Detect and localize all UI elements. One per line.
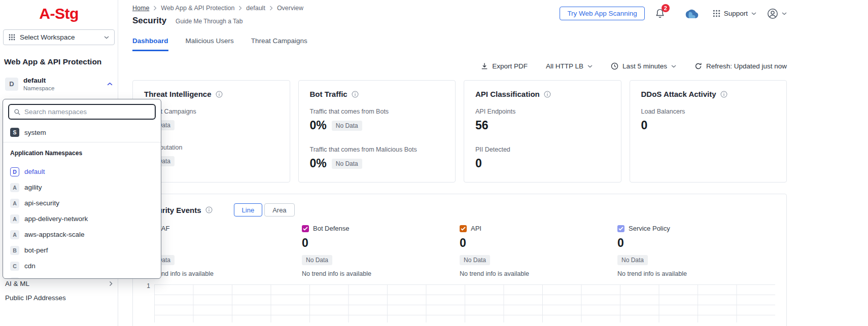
tab-malicious-users[interactable]: Malicious Users (186, 37, 234, 51)
download-icon (481, 62, 488, 70)
workspace-selector[interactable]: Select Workspace (3, 29, 115, 45)
dashboard-toolbar: Export PDF All HTTP LB Last 5 minutes (132, 62, 787, 70)
metric-label: IP Reputation (144, 144, 279, 151)
sidebar-item-public-ip-addresses[interactable]: Public IP Addresses (0, 293, 118, 303)
namespace-search-input[interactable] (24, 108, 150, 116)
metric-cards-row: Threat Intelligence Threat Campaigns No … (132, 80, 787, 183)
sidebar-section-title: Web App & API Protection (4, 57, 114, 66)
bot-defense-checkbox[interactable] (302, 225, 309, 232)
metric-value: 0 (641, 119, 648, 132)
chevron-down-icon (782, 12, 787, 15)
time-range-dropdown[interactable]: Last 5 minutes (611, 62, 676, 70)
namespace-option-default[interactable]: D default (3, 164, 161, 179)
service-policy-checkbox[interactable] (617, 225, 624, 232)
notification-count-badge: 2 (662, 4, 670, 12)
no-data-badge: No Data (460, 255, 490, 265)
events-chart: 1 (144, 284, 775, 322)
lb-filter-label: All HTTP LB (546, 62, 583, 70)
chart-plot-area (154, 284, 775, 322)
namespace-option-api-security[interactable]: A api-security (3, 195, 161, 211)
page-title: Security (132, 16, 166, 26)
namespace-initial-badge: A (10, 199, 19, 208)
chevron-down-icon (104, 36, 109, 39)
breadcrumb-waap[interactable]: Web App & API Protection (161, 5, 234, 12)
breadcrumb-overview: Overview (277, 5, 303, 12)
breadcrumb-home[interactable]: Home (132, 5, 149, 12)
metric-label: API Endpoints (475, 108, 610, 115)
refresh-button[interactable]: Refresh: Updated just now (695, 62, 787, 70)
metric-label: PII Detected (475, 146, 610, 153)
export-pdf-button[interactable]: Export PDF (481, 62, 528, 70)
security-events-card: Security Events Line Area WAF 0 No Da (132, 194, 787, 326)
namespace-name: default (23, 77, 54, 84)
divider (3, 142, 161, 142)
tab-dashboard[interactable]: Dashboard (132, 37, 168, 51)
main-content: Home Web App & API Protection default Ov… (118, 0, 868, 326)
namespace-selector[interactable]: D default Namespace (0, 77, 118, 91)
breadcrumb-separator-icon (153, 6, 157, 11)
namespace-initial-badge: A (10, 230, 19, 239)
try-web-app-scanning-button[interactable]: Try Web App Scanning (560, 7, 644, 20)
chevron-down-icon (671, 65, 676, 68)
metric-value: 0% (310, 119, 327, 132)
metric-label: Load Balancers (641, 108, 776, 115)
no-data-badge: No Data (332, 121, 362, 131)
namespace-option-system[interactable]: S system (3, 124, 161, 141)
user-avatar-icon (767, 8, 779, 20)
info-icon[interactable] (720, 91, 727, 98)
namespace-initial-badge: C (10, 262, 19, 271)
namespace-option-aws-appstack-scale[interactable]: A aws-appstack-scale (3, 227, 161, 242)
support-menu[interactable]: Support (713, 10, 756, 17)
namespace-option-cdn[interactable]: C cdn (3, 258, 161, 274)
namespace-option-bot-perf[interactable]: B bot-perf (3, 242, 161, 258)
no-data-badge: No Data (617, 255, 648, 265)
card-api-classification: API Classification API Endpoints 56 PII … (464, 80, 621, 183)
chart-type-toggle: Line Area (234, 203, 295, 216)
tab-threat-campaigns[interactable]: Threat Campaigns (251, 37, 307, 51)
info-icon[interactable] (352, 91, 359, 98)
lb-filter-dropdown[interactable]: All HTTP LB (546, 62, 593, 70)
legend-col-waf: WAF 0 No Data No trend info is available (144, 225, 302, 277)
namespace-initial-badge: B (10, 246, 19, 255)
namespace-option-agility[interactable]: A agility (3, 179, 161, 195)
namespace-dropdown: S system Application Namespaces D defaul… (3, 99, 161, 279)
sidebar-item-label: Public IP Addresses (5, 294, 66, 302)
info-icon[interactable] (544, 91, 551, 98)
breadcrumb-default[interactable]: default (246, 5, 265, 12)
chevron-down-icon (587, 65, 593, 68)
legend-col-service-policy: Service Policy 0 No Data No trend info i… (617, 225, 775, 277)
breadcrumb-separator-icon (269, 6, 273, 11)
legend-note: No trend info is available (617, 270, 775, 277)
api-checkbox[interactable] (460, 225, 467, 232)
area-toggle-button[interactable]: Area (264, 203, 294, 216)
metric-value: 0 (475, 157, 482, 170)
account-menu[interactable] (767, 8, 787, 20)
no-data-badge: No Data (332, 159, 362, 169)
notifications-button[interactable]: 2 (655, 8, 665, 19)
no-data-badge: No Data (302, 255, 332, 265)
metric-label: Threat Campaigns (144, 108, 279, 115)
refresh-icon (695, 62, 702, 70)
namespace-initial-badge: A (10, 183, 19, 192)
namespace-search[interactable] (8, 104, 156, 120)
namespace-option-cdn-demo[interactable]: C cdn-demo (3, 274, 161, 279)
namespace-group-title: Application Namespaces (3, 143, 161, 164)
cloud-status-icon[interactable] (684, 8, 700, 19)
brand-logo: A-Stg (0, 5, 118, 22)
export-pdf-label: Export PDF (492, 62, 528, 70)
namespace-option-app-delivery-network[interactable]: A app-delivery-network (3, 211, 161, 227)
sidebar-item-ai-ml[interactable]: AI & ML (0, 278, 118, 288)
card-bot-traffic: Bot Traffic Traffic that comes from Bots… (298, 80, 456, 183)
line-toggle-button[interactable]: Line (234, 203, 263, 216)
guide-me-link[interactable]: Guide Me Through a Tab (176, 18, 242, 25)
info-icon[interactable] (216, 91, 223, 98)
namespace-sublabel: Namespace (23, 85, 54, 91)
legend-value: 0 (617, 236, 775, 250)
metric-label: Traffic that comes from Malicious Bots (310, 146, 444, 153)
header-actions: Try Web App Scanning 2 (560, 7, 787, 20)
namespace-initial-badge: S (10, 128, 19, 137)
refresh-label: Refresh: Updated just now (706, 62, 787, 70)
info-icon[interactable] (205, 206, 213, 213)
time-range-label: Last 5 minutes (622, 62, 667, 70)
metric-label: Traffic that comes from Bots (310, 108, 444, 115)
